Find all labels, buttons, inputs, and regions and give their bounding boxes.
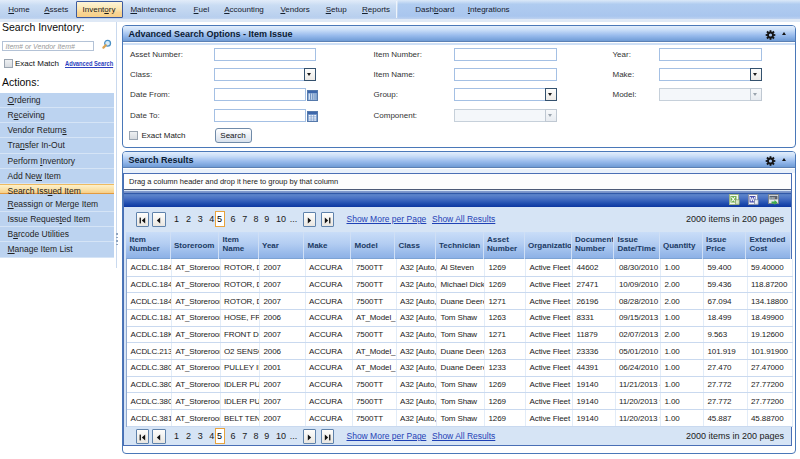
svg-text:csv: csv (770, 196, 775, 200)
